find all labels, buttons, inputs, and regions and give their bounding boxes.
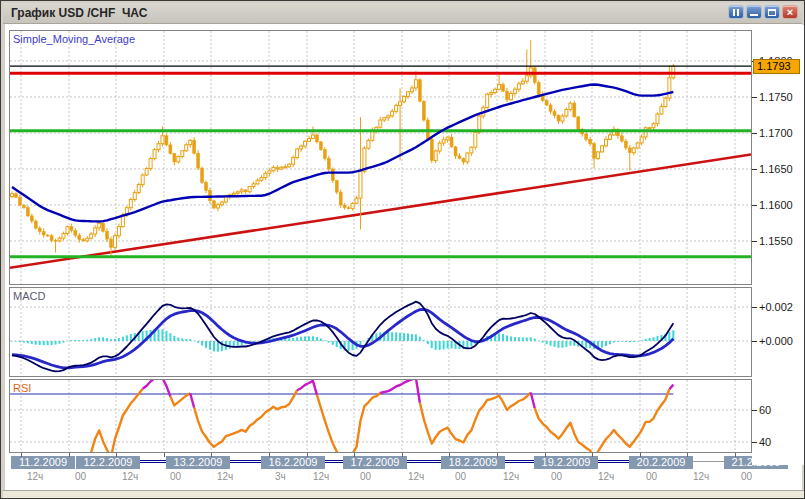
- time-tick-mark: [211, 453, 212, 457]
- close-button[interactable]: ×: [782, 5, 798, 19]
- rsi-indicator-label: RSI: [13, 382, 31, 394]
- macd-tick-label: +0.000: [759, 335, 793, 347]
- time-label: 00: [75, 471, 86, 482]
- macd-panel[interactable]: [9, 287, 752, 377]
- time-axis: 11.2.200912.2.200913.2.200916.2.200917.2…: [9, 453, 752, 483]
- time-label: 12ч: [27, 471, 43, 482]
- price-scale: 1.18001.17501.17001.16501.16001.1550+0.0…: [752, 25, 805, 465]
- window-title: График USD /CHF ЧАС: [11, 6, 147, 20]
- time-tick-mark: [69, 453, 70, 457]
- pause-button[interactable]: [728, 5, 744, 19]
- time-tick-mark: [164, 453, 165, 457]
- time-label: 12ч: [598, 471, 614, 482]
- time-label: 00: [455, 471, 466, 482]
- sma-indicator-label: Simple_Moving_Average: [13, 33, 135, 45]
- time-tick-mark: [354, 453, 355, 457]
- date-connector: [230, 462, 261, 463]
- time-label: 3ч: [275, 471, 286, 482]
- rsi-tick-label: 40: [759, 436, 771, 448]
- price-chart-panel[interactable]: [9, 30, 752, 285]
- minimize-icon: [750, 14, 758, 16]
- time-tick-mark: [307, 453, 308, 457]
- price-tick-mark: [752, 133, 757, 134]
- chart-window: График USD /CHF ЧАС × Simple_Moving_Aver…: [0, 0, 805, 499]
- rsi-tick-mark: [752, 410, 757, 411]
- date-label: 17.2.2009: [343, 456, 407, 469]
- date-connector: [505, 460, 534, 461]
- price-tick-mark: [752, 241, 757, 242]
- grid-layer: [10, 31, 751, 284]
- time-tick-mark: [640, 453, 641, 457]
- time-label: 12ч: [313, 471, 329, 482]
- date-connector: [230, 460, 261, 461]
- rsi-tick-mark: [752, 442, 757, 443]
- price-tick-label: 1.1600: [759, 199, 793, 211]
- title-bar[interactable]: График USD /CHF ЧАС ×: [3, 3, 802, 24]
- rsi-panel[interactable]: [9, 379, 752, 453]
- time-label: 12ч: [693, 471, 709, 482]
- time-label: 00: [741, 471, 752, 482]
- minimize-button[interactable]: [746, 5, 762, 19]
- date-connector: [407, 462, 441, 463]
- restore-button[interactable]: [764, 5, 780, 19]
- date-connector: [325, 460, 343, 461]
- macd-tick-label: +0.002: [759, 301, 793, 313]
- time-label: 12ч: [122, 471, 138, 482]
- pause-icon: [733, 9, 741, 16]
- time-label: 00: [170, 471, 181, 482]
- date-label: 12.2.2009: [76, 456, 140, 469]
- time-tick-mark: [687, 453, 688, 457]
- price-tick-label: 1.1700: [759, 127, 793, 139]
- price-tick-label: 1.1650: [759, 163, 793, 175]
- date-connector: [598, 462, 629, 463]
- date-label: 19.2.2009: [534, 456, 598, 469]
- rsi-line: [12, 380, 673, 452]
- window-bottom-frame: [3, 490, 804, 499]
- date-connector: [325, 462, 343, 463]
- time-tick-mark: [402, 453, 403, 457]
- close-icon: ×: [783, 6, 797, 18]
- date-label: 16.2.2009: [261, 456, 325, 469]
- time-tick-mark: [497, 453, 498, 457]
- date-connector: [140, 462, 166, 463]
- time-tick-mark: [269, 453, 270, 457]
- time-tick-mark: [449, 453, 450, 457]
- date-label: 13.2.2009: [166, 456, 230, 469]
- time-label: 12ч: [408, 471, 424, 482]
- price-tick-mark: [752, 205, 757, 206]
- price-tick-label: 1.1550: [759, 235, 793, 247]
- date-connector: [140, 460, 166, 461]
- rsi-tick-label: 60: [759, 404, 771, 416]
- time-label: 00: [551, 471, 562, 482]
- time-label: 12ч: [217, 471, 233, 482]
- restore-icon: [768, 9, 776, 16]
- current-price-tag: 1.1793: [753, 59, 800, 74]
- price-tick-mark: [752, 169, 757, 170]
- price-tick-mark: [752, 97, 757, 98]
- price-tick-label: 1.1750: [759, 91, 793, 103]
- window-controls: ×: [728, 5, 798, 19]
- time-tick-mark: [545, 453, 546, 457]
- macd-signal-line: [12, 309, 673, 368]
- time-tick-mark: [21, 453, 22, 457]
- date-label: 18.2.2009: [441, 456, 505, 469]
- time-label: 12ч: [503, 471, 519, 482]
- date-label: 11.2.2009: [11, 456, 75, 469]
- date-connector: [598, 460, 629, 461]
- date-connector-gray: [693, 461, 724, 462]
- time-label: 00: [646, 471, 657, 482]
- date-connector: [505, 462, 534, 463]
- grid-layer: [10, 380, 751, 452]
- macd-tick-mark: [752, 307, 757, 308]
- time-label: 00: [360, 471, 371, 482]
- time-tick-mark: [735, 453, 736, 457]
- date-label: 20.2.2009: [629, 456, 693, 469]
- macd-tick-mark: [752, 341, 757, 342]
- time-tick-mark: [116, 453, 117, 457]
- grid-layer: [10, 288, 751, 376]
- time-tick-mark: [592, 453, 593, 457]
- date-connector: [407, 460, 441, 461]
- macd-indicator-label: MACD: [13, 290, 45, 302]
